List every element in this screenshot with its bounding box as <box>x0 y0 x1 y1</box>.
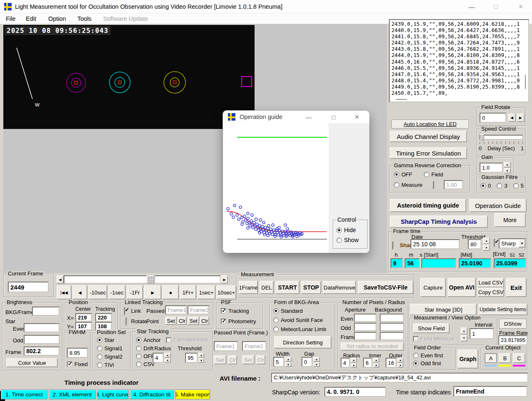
sharpcap-timing-analysis-button[interactable]: SharpCap Timing Analysis <box>390 215 488 228</box>
width-field[interactable]: 5 <box>273 357 284 367</box>
gamma-off-radio[interactable] <box>394 172 399 177</box>
sharp-dropdown-icon[interactable]: ▼ <box>519 239 525 248</box>
csv-row[interactable]: 2450.0,15.7,"",09, <box>390 90 528 96</box>
gamma-field-radio[interactable] <box>424 172 429 177</box>
linked-set1-button[interactable]: Set <box>165 317 177 325</box>
linked-clr1-button[interactable]: Clr <box>178 317 187 325</box>
aperture-frame-field[interactable] <box>354 332 376 340</box>
position-set-radio-tivi[interactable] <box>97 362 102 368</box>
link-checkbox[interactable] <box>124 307 126 315</box>
interval-spinner[interactable]: ▲▼ <box>460 327 468 342</box>
sharp41-checkbox[interactable] <box>392 242 394 250</box>
minimize-button[interactable]: — <box>465 2 478 12</box>
menu-file[interactable]: File <box>6 15 15 22</box>
transport-button-10sec[interactable]: 10sec+ <box>216 285 236 300</box>
outer-field[interactable]: 16 <box>386 358 396 368</box>
st-radius-spinner[interactable]: ▲▼ <box>164 353 171 363</box>
transport-button-[interactable]: ▶ <box>144 285 161 300</box>
radius-spinner[interactable]: ▲▼ <box>351 358 357 368</box>
background-odd-field[interactable] <box>380 323 404 331</box>
guide-minimize-button[interactable]: — <box>303 112 314 121</box>
field-rotate-value[interactable]: 0 <box>480 113 506 123</box>
set-radius-button[interactable]: Set radius to recorded <box>341 342 404 351</box>
width-spinner[interactable]: ▲▼ <box>285 357 292 367</box>
linked-set2-button[interactable]: Set <box>188 317 199 325</box>
gamma-checkbox[interactable] <box>433 181 435 189</box>
speed-slider-track[interactable] <box>480 135 523 140</box>
frame-rate-field[interactable]: 23.917895 <box>498 335 527 345</box>
show-field-button[interactable]: Show Field <box>413 323 450 333</box>
threshold-field[interactable]: 80 <box>468 239 481 249</box>
guide-close-button[interactable]: × <box>351 112 363 121</box>
passed-set2-button[interactable]: Set <box>242 355 255 364</box>
transport-button-1fr[interactable]: 1Fr+ <box>180 285 196 300</box>
sharpcap-version-field[interactable]: 4. 0. 9571. 0 <box>324 387 386 397</box>
menu-software-update[interactable]: Software Update <box>103 15 148 22</box>
guide-hide-radio[interactable] <box>337 228 342 233</box>
measurement-1frame-button[interactable]: 1Frame <box>239 281 258 294</box>
more-button[interactable]: More <box>494 213 526 227</box>
transport-button-1fr[interactable]: -1Fr <box>126 285 143 300</box>
asteroid-timing-guide-button[interactable]: Asteroid timing guide <box>390 199 466 212</box>
linked-frame2-field[interactable]: Frame2 <box>188 305 209 314</box>
capture-button[interactable]: Capture <box>420 278 446 297</box>
off-radio[interactable] <box>136 354 141 359</box>
guide-title-bar[interactable]: Operation guide — □ × <box>223 111 369 123</box>
gain-down-icon[interactable]: ▼ <box>504 168 511 174</box>
operation-guide-button[interactable]: Operation Guide <box>469 199 527 212</box>
update-setting-items-button[interactable]: Update Setting Items <box>478 304 527 315</box>
maximize-button[interactable]: □ <box>489 2 502 12</box>
star-frame-field[interactable]: 802.2 <box>24 347 59 356</box>
bkg-frame-field[interactable] <box>32 307 59 316</box>
star-odd-field[interactable] <box>24 335 59 344</box>
csv-data-list[interactable]: 2439.0,15.9,"",09,56,24.6009,24.6218,,,,… <box>389 19 529 102</box>
vertical-scrollbar-thumb[interactable] <box>525 75 526 89</box>
operation-guide-window[interactable]: Operation guide — □ × Control Hide Show <box>223 111 369 253</box>
rotate-left-button[interactable]: ◀ <box>508 114 516 122</box>
inner-field[interactable]: 6 <box>363 358 372 368</box>
fwhm-field[interactable]: 8.95 <box>67 348 88 358</box>
transport-button-1sec[interactable]: 1sec+ <box>197 285 215 300</box>
rotate-right-button[interactable]: ▶ <box>517 114 525 122</box>
position-set-radio-star[interactable] <box>97 337 102 343</box>
rotate-checkbox[interactable] <box>126 318 127 326</box>
background-frame-field[interactable] <box>380 332 404 340</box>
position-set-radio-signal2[interactable] <box>97 354 102 359</box>
menu-tools[interactable]: Tools <box>77 15 92 22</box>
frame-slider[interactable]: ◀ ▶ <box>57 275 228 284</box>
odd-first-radio[interactable] <box>413 361 418 366</box>
outer-spinner[interactable]: ▲▼ <box>397 358 403 368</box>
csv-row[interactable]: 2446.0,15.5,"",09,56,24.8936,24.9145,,,,… <box>390 65 528 71</box>
object-button-b[interactable]: B <box>499 353 511 363</box>
tracking-x-field[interactable]: 220 <box>95 313 112 322</box>
csv-radio[interactable] <box>136 361 141 367</box>
passed-clr2-button[interactable]: Clr <box>256 355 265 364</box>
passed-set1-button[interactable]: Set <box>214 355 226 364</box>
color-value-button[interactable]: Color Value <box>6 358 58 367</box>
auto-location-led-button[interactable]: Auto Location for LED <box>391 119 469 129</box>
dshow-button[interactable]: DShow <box>499 319 527 329</box>
radius-field[interactable]: 4 <box>341 358 350 368</box>
fwhm-fixed-checkbox[interactable] <box>67 361 72 367</box>
gain-up-icon[interactable]: ▲ <box>504 162 511 168</box>
slider-left-icon[interactable]: ◀ <box>57 275 64 284</box>
csv-row[interactable]: 2448.0,15.4,"",09,56,24.9772,24.9981,,,,… <box>390 77 528 84</box>
open-avi-button[interactable]: Open AVI <box>448 278 476 297</box>
field-measure-checkbox[interactable] <box>413 336 418 342</box>
interval-field[interactable]: 1 <box>470 328 494 339</box>
st-threshold-spinner[interactable]: ▲▼ <box>198 353 204 363</box>
star-even-field[interactable] <box>24 323 59 332</box>
passed-clr1-button[interactable]: Clr <box>228 355 237 364</box>
hours-field[interactable]: 9 <box>391 258 403 268</box>
threshold-down-icon[interactable]: ▼ <box>483 245 490 251</box>
gaussian-radio-3[interactable] <box>497 183 502 188</box>
gain-value[interactable]: 1.0 <box>480 163 503 173</box>
mid-field[interactable]: 25.0190 <box>459 258 491 268</box>
sharp-mode-checkbox[interactable] <box>494 239 495 247</box>
measurement-savetocsv-file-button[interactable]: SaveToCSV-File <box>358 281 413 294</box>
transport-button-10sec[interactable]: -10sec <box>88 285 107 300</box>
menu-option[interactable]: Option <box>48 15 66 22</box>
horizontal-scrollbar-thumb[interactable] <box>396 99 407 100</box>
center-x-field[interactable]: 219 <box>75 313 92 322</box>
measurement-stop-button[interactable]: STOP <box>301 281 321 294</box>
